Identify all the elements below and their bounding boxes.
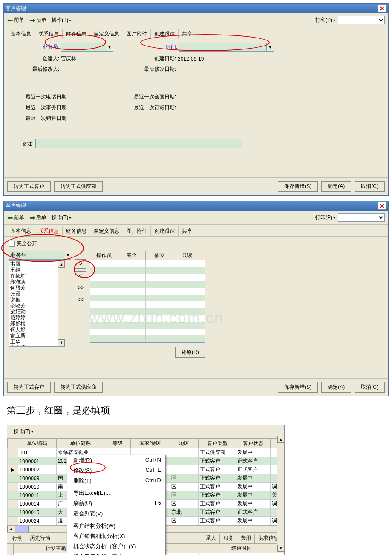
list-item[interactable]: 王维: [9, 267, 58, 273]
dept-input[interactable]: [179, 43, 266, 51]
close-icon[interactable]: ✕: [378, 5, 386, 12]
ctx-export[interactable]: 导出Excel(E)...: [67, 488, 165, 498]
ctx-refresh[interactable]: 刷新(U)F5: [67, 498, 165, 509]
tab-basic[interactable]: 基本信息: [7, 29, 35, 39]
people-listbox[interactable]: 韦雪王维许扬辉郑海滨何丽芳张霞谢艳余晓芳梁妃勤赖婷婷郑舒梅何人好雷立新王华古志伟…: [9, 260, 65, 347]
public-checkbox[interactable]: [9, 241, 15, 247]
tab-contact[interactable]: 联系信息: [35, 226, 63, 236]
btab-fee[interactable]: 费用: [237, 534, 255, 543]
th-grade[interactable]: 等级: [105, 439, 130, 448]
tab-share[interactable]: 共享: [179, 226, 196, 236]
list-item[interactable]: 郑海滨: [9, 279, 58, 285]
tab-tracking[interactable]: 创建跟踪: [151, 226, 179, 236]
ctx-delete[interactable]: 删除(T)Ctrl+D: [67, 476, 165, 486]
dropdown-icon[interactable]: ▼: [266, 43, 274, 51]
vertical-scrollbar[interactable]: ▲ ▼: [277, 436, 284, 552]
salesman-input[interactable]: [61, 43, 106, 51]
list-item[interactable]: 何人好: [9, 327, 58, 332]
list-item[interactable]: 张霞: [9, 291, 58, 297]
label-salesman[interactable]: 业务员:: [12, 43, 61, 51]
tab-basic[interactable]: 基本信息: [7, 226, 35, 236]
btab-action[interactable]: 行动: [9, 534, 26, 543]
btab-contact[interactable]: 系人: [202, 534, 220, 543]
list-item[interactable]: 许扬辉: [9, 273, 58, 279]
tab-finance[interactable]: 财务信息: [63, 29, 90, 39]
print-menu[interactable]: 打印(P): [315, 17, 335, 24]
cancel-button[interactable]: 取消(C): [355, 382, 385, 393]
ctx-opp-status[interactable]: 机会状态分析（客户）(Y): [67, 541, 165, 552]
scroll-thumb[interactable]: [15, 526, 29, 532]
list-item[interactable]: 古志伟: [9, 344, 58, 346]
tab-attachment[interactable]: 图片附件: [123, 226, 151, 236]
save-new-button[interactable]: 保存新增(S): [278, 382, 318, 393]
operations-menu[interactable]: 操作(T): [52, 214, 71, 221]
save-new-button[interactable]: 保存新增(S): [278, 181, 318, 192]
list-item[interactable]: 谢艳: [9, 297, 58, 303]
close-icon[interactable]: ✕: [378, 202, 386, 210]
ctx-edit[interactable]: 修改(S)Ctrl+E: [67, 465, 165, 476]
tab-share[interactable]: 共享: [179, 29, 196, 39]
list-item[interactable]: 郑舒梅: [9, 321, 58, 327]
remark-input[interactable]: [35, 139, 242, 148]
move-all-right-button[interactable]: >>: [75, 283, 86, 292]
th-code[interactable]: 单位编码: [18, 439, 56, 448]
convert-customer-button[interactable]: 转为正式客户: [7, 181, 51, 192]
operations-menu[interactable]: 操作(T): [11, 427, 36, 436]
th-region[interactable]: 地区: [170, 439, 199, 448]
cancel-button[interactable]: 取消(C): [355, 181, 385, 192]
tab-tracking[interactable]: 创建跟踪: [151, 29, 179, 39]
ctx-struct[interactable]: 客户结构分析(W): [67, 521, 165, 531]
tab-contact[interactable]: 联系信息: [35, 29, 63, 39]
btab-history[interactable]: 历史行动: [26, 534, 54, 543]
tab-attachment[interactable]: 图片附件: [123, 29, 151, 39]
convert-supplier-button[interactable]: 转为正式供应商: [54, 181, 103, 192]
dropdown-icon[interactable]: ▼: [65, 251, 71, 259]
list-item[interactable]: 雷立新: [9, 332, 58, 338]
operations-menu[interactable]: 操作(T): [52, 17, 71, 24]
group-combo[interactable]: ▼: [9, 251, 71, 260]
list-item[interactable]: 赖婷婷: [9, 315, 58, 321]
scroll-down-icon[interactable]: ▼: [277, 545, 284, 552]
group-input[interactable]: [9, 251, 65, 259]
convert-customer-button[interactable]: 转为正式客户: [7, 382, 51, 393]
convert-supplier-button[interactable]: 转为正式供应商: [54, 382, 103, 393]
salesman-combo[interactable]: ▼: [61, 43, 113, 52]
prev-record-button[interactable]: ⬅前单: [7, 16, 24, 24]
ctx-profit[interactable]: 客户销售利润分析(X): [67, 531, 165, 541]
list-item[interactable]: 梁妃勤: [9, 309, 58, 315]
label-dept[interactable]: 部门:: [139, 43, 179, 51]
move-right-button[interactable]: >: [75, 259, 86, 269]
ctx-opp-cost[interactable]: 机会费用分析（客户）(Z): [67, 552, 165, 555]
print-select[interactable]: [338, 16, 385, 24]
print-select[interactable]: [338, 213, 385, 222]
list-item[interactable]: 韦雪: [9, 261, 58, 267]
scroll-left-icon[interactable]: ◀: [7, 526, 14, 532]
ctx-fitcol[interactable]: 适合列宽(V): [67, 509, 165, 519]
dept-combo[interactable]: ▼: [179, 43, 274, 52]
move-all-left-button[interactable]: <<: [75, 295, 86, 304]
list-item[interactable]: 余晓芳: [9, 303, 58, 309]
th-name[interactable]: 单位简称: [57, 439, 105, 448]
confirm-button[interactable]: 确定(A): [321, 382, 351, 393]
restore-button[interactable]: 还原(R): [175, 347, 205, 358]
next-record-button[interactable]: ➡后单: [29, 16, 46, 24]
scrollbar[interactable]: ▲ ▼: [58, 261, 65, 346]
th-type[interactable]: 客户类型: [199, 439, 236, 448]
btab-service[interactable]: 服务: [220, 534, 237, 543]
print-menu[interactable]: 打印(P): [315, 214, 335, 221]
confirm-button[interactable]: 确定(A): [321, 181, 351, 192]
list-item[interactable]: 何丽芳: [9, 285, 58, 291]
th-status[interactable]: 客户状态: [236, 439, 271, 448]
tab-custom[interactable]: 自定义信息: [90, 226, 123, 236]
th-country[interactable]: 国家/特区: [130, 439, 170, 448]
list-item[interactable]: 王华: [9, 338, 58, 344]
move-left-button[interactable]: <: [75, 271, 86, 280]
next-record-button[interactable]: ➡后单: [29, 214, 46, 222]
dropdown-icon[interactable]: ▼: [106, 43, 113, 51]
scroll-down-icon[interactable]: ▼: [58, 339, 65, 346]
scroll-up-icon[interactable]: ▲: [58, 261, 65, 268]
tab-custom[interactable]: 自定义信息: [90, 29, 123, 39]
scroll-up-icon[interactable]: ▲: [277, 436, 284, 443]
ctx-new[interactable]: 新增(R)Ctrl+N: [67, 455, 165, 465]
tab-finance[interactable]: 财务信息: [63, 226, 90, 236]
